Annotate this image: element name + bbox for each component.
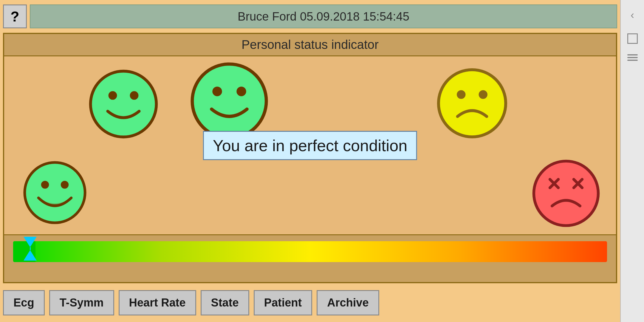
triangle-up-icon xyxy=(24,250,37,261)
help-button[interactable]: ? xyxy=(3,4,27,28)
emoji-happy-center xyxy=(189,61,270,141)
status-message: You are in perfect condition xyxy=(203,131,417,160)
nav-button-archive[interactable]: Archive xyxy=(317,290,379,315)
svg-point-9 xyxy=(439,70,506,137)
bottom-nav: Ecg T-Symm Heart Rate State Patient Arch… xyxy=(0,283,620,322)
square-icon[interactable] xyxy=(627,33,638,44)
emoji-very-happy xyxy=(22,160,88,225)
gauge-bar xyxy=(13,241,607,262)
gauge-indicator xyxy=(24,237,37,261)
svg-point-0 xyxy=(25,162,85,223)
menu-line-1 xyxy=(627,54,638,55)
svg-point-7 xyxy=(212,86,222,96)
emoji-happy-left xyxy=(88,68,159,140)
nav-button-state[interactable]: State xyxy=(201,290,249,315)
svg-point-3 xyxy=(91,71,157,137)
svg-point-5 xyxy=(130,91,139,100)
gauge-area xyxy=(4,234,616,282)
triangle-down-icon xyxy=(24,237,37,247)
emoji-dead xyxy=(531,158,601,228)
menu-line-2 xyxy=(627,57,638,58)
svg-point-11 xyxy=(479,90,487,99)
gauge-marker xyxy=(30,247,31,250)
nav-button-ecg[interactable]: Ecg xyxy=(3,290,45,315)
back-icon[interactable]: ‹ xyxy=(628,6,637,24)
svg-point-12 xyxy=(534,161,598,225)
content-area: Personal status indicator xyxy=(3,33,617,283)
svg-point-1 xyxy=(41,181,49,188)
emoji-sad xyxy=(436,67,509,140)
menu-line-3 xyxy=(627,60,638,61)
svg-point-6 xyxy=(192,64,266,138)
nav-button-heartrate[interactable]: Heart Rate xyxy=(119,290,196,315)
svg-point-4 xyxy=(109,91,117,100)
patient-info-bar: Bruce Ford 05.09.2018 15:54:45 xyxy=(30,4,617,28)
psi-title: Personal status indicator xyxy=(4,34,616,56)
header-row: ? Bruce Ford 05.09.2018 15:54:45 xyxy=(0,0,620,33)
menu-icon[interactable] xyxy=(626,53,639,62)
nav-button-tsymm[interactable]: T-Symm xyxy=(49,290,114,315)
right-sidebar: ‹ xyxy=(620,0,644,322)
main-area: ? Bruce Ford 05.09.2018 15:54:45 Persona… xyxy=(0,0,620,322)
svg-point-8 xyxy=(236,86,246,96)
svg-point-2 xyxy=(61,181,69,188)
svg-point-10 xyxy=(457,90,465,99)
nav-button-patient[interactable]: Patient xyxy=(254,290,312,315)
emoji-area: You are in perfect condition xyxy=(4,56,616,234)
